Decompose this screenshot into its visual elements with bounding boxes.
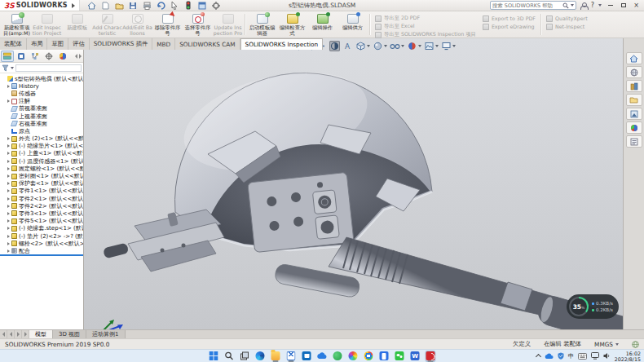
command-tab[interactable]: 装配体 (0, 38, 27, 50)
tree-item[interactable]: 原点 (1, 127, 83, 135)
ribbon-export-item[interactable]: Export to 3D PDF (483, 15, 536, 22)
dropdown-caret-icon[interactable] (452, 45, 456, 47)
file-properties-icon[interactable] (197, 1, 208, 10)
expand-arrow-icon[interactable] (7, 144, 10, 148)
expand-arrow-icon[interactable] (7, 174, 10, 178)
command-tab[interactable]: SOLIDWORKS CAM (175, 38, 240, 50)
command-tab[interactable]: SOLIDWORKS Inspection (240, 38, 324, 50)
search-icon[interactable] (224, 351, 235, 362)
tree-item[interactable]: 零件5<1> (默认<<默认>_显示状 (1, 218, 83, 225)
dropdown-caret-icon[interactable] (418, 45, 421, 47)
expand-arrow-icon[interactable] (7, 182, 10, 185)
model-tab[interactable]: 模型 (29, 330, 53, 338)
command-tab[interactable]: 评估 (68, 38, 90, 50)
ribbon-button[interactable]: 新建检查项目(amp:M) (2, 12, 32, 37)
wps-icon[interactable]: W (410, 351, 421, 362)
expand-arrow-icon[interactable] (7, 227, 10, 230)
task-view-icon[interactable] (240, 351, 250, 362)
dimxpert-tab-icon[interactable] (42, 51, 55, 62)
print-icon[interactable] (142, 1, 152, 10)
command-tab[interactable]: 草图 (47, 38, 68, 50)
tree-item[interactable]: 螺栓<2> (默认<<默认>_显示状态 (1, 240, 83, 247)
undo-icon[interactable] (156, 1, 166, 10)
tab-scroll-last-icon[interactable] (22, 330, 29, 338)
minimize-button[interactable] (606, 2, 615, 10)
tree-item[interactable]: 零件3<1> (默认<<默认>_显示状 (1, 210, 83, 217)
wechat-icon[interactable] (395, 351, 405, 362)
store-icon[interactable] (302, 351, 312, 362)
tree-item[interactable]: 零件2<1> (默认<<默认>_显示状 (1, 195, 83, 202)
panel-tab-scroll-right-icon[interactable] (79, 54, 82, 59)
display-icon[interactable] (591, 352, 599, 360)
search-scope-caret-icon[interactable] (571, 4, 574, 7)
view-settings-icon[interactable] (441, 41, 452, 51)
ribbon-button[interactable]: Add/Edit Balloons (122, 12, 152, 37)
security-shield-icon[interactable] (558, 352, 564, 360)
3d-model-thermocouple-assembly[interactable] (84, 38, 623, 329)
panel-tab-scroll-left-icon[interactable] (75, 54, 77, 59)
tree-item[interactable]: 右视基准面 (1, 120, 83, 127)
hide-show-items-icon[interactable] (390, 41, 400, 51)
help-caret-icon[interactable] (598, 4, 602, 7)
search-input[interactable] (492, 2, 561, 9)
ribbon-button[interactable]: Update Inspection Project (213, 12, 243, 37)
hide-show-items-control[interactable] (390, 41, 404, 51)
tree-item[interactable]: 上视基准面 (1, 113, 83, 120)
tree-item[interactable]: (-) 垫片 (2)<2> ->? (默认<<默认 (1, 232, 83, 240)
expand-arrow-icon[interactable] (7, 160, 10, 163)
tree-item[interactable]: 保护套<1> (默认<<默认>_显示状 (1, 180, 83, 188)
onedrive-icon[interactable] (317, 351, 328, 362)
rebuild-traffic-light-icon[interactable] (183, 1, 194, 10)
dropdown-caret-icon[interactable] (384, 45, 387, 47)
tree-item[interactable]: (-) 绝缘垫片<1> (默认<<默认>_显 (1, 143, 83, 150)
tree-item[interactable]: 密封圈<1> (默认<<默认>_显示状 (1, 172, 83, 179)
model-tab[interactable]: 3D 视图 (53, 330, 86, 338)
expand-arrow-icon[interactable] (7, 205, 10, 208)
command-tab[interactable]: MBD (152, 38, 175, 50)
user-account-icon[interactable] (580, 2, 587, 9)
clock[interactable]: 16:02 2022/8/15 (615, 351, 641, 362)
filter-input[interactable] (15, 64, 82, 72)
select-icon[interactable] (170, 1, 180, 10)
start-icon[interactable] (209, 351, 219, 362)
logo-expand-arrow-icon[interactable] (72, 3, 75, 8)
tab-scroll-prev-icon[interactable] (7, 330, 15, 338)
expand-arrow-icon[interactable] (7, 85, 10, 88)
ribbon-button[interactable]: 启动模板编辑器 (247, 12, 277, 37)
tree-item[interactable]: 固定螺栓<1> (默认<<默认>_显示 (1, 165, 83, 172)
expand-arrow-icon[interactable] (7, 137, 10, 140)
open-icon[interactable] (114, 1, 125, 10)
view-orientation-icon[interactable] (355, 41, 366, 51)
tree-item[interactable]: History (1, 82, 83, 90)
command-tab[interactable]: SOLIDWORKS 插件 (90, 38, 153, 50)
solidworks-icon[interactable] (426, 351, 436, 362)
expand-arrow-icon[interactable] (7, 152, 10, 155)
ribbon-button[interactable]: Edit Inspection Project (32, 12, 62, 37)
filter-funnel-icon[interactable] (2, 64, 9, 72)
apply-scene-control[interactable] (424, 41, 439, 51)
restore-button[interactable] (619, 2, 628, 10)
view-settings-control[interactable] (441, 41, 456, 51)
ribbon-button[interactable]: 选择零件序号 (183, 12, 213, 37)
tree-item[interactable]: (-) 绝缘套.step<1> (默认<<默认 (1, 225, 83, 232)
system-monitor-badge[interactable]: 35% 0.3KB/s 0.2KB/s (567, 294, 619, 319)
onedrive-tray-icon[interactable] (545, 353, 554, 360)
design-library-icon[interactable] (626, 80, 642, 92)
dropdown-caret-icon[interactable] (367, 45, 370, 47)
featuremanager-tab-icon[interactable] (1, 51, 14, 62)
ime-language-indicator[interactable]: 中 (568, 352, 574, 360)
ribbon-export-item[interactable]: Export eDrawing (483, 23, 536, 30)
expand-arrow-icon[interactable] (7, 212, 10, 215)
help-search-box[interactable] (490, 1, 576, 10)
expand-arrow-icon[interactable] (7, 167, 10, 170)
dropdown-caret-icon[interactable] (435, 45, 439, 47)
display-style-control[interactable] (373, 41, 387, 51)
tree-item[interactable]: 传感器 (1, 90, 83, 97)
app-green-icon[interactable] (333, 351, 343, 362)
edit-appearance-icon[interactable] (407, 41, 417, 51)
annotations-icon[interactable]: A (342, 41, 353, 51)
tree-item[interactable]: s型铝铸热电偶 (默认<默认_显示状态-1 (1, 75, 83, 82)
ribbon-export-item[interactable]: 导出至 2D PDF (375, 15, 476, 22)
tree-item[interactable]: 注解 (1, 98, 83, 105)
panel-splitter[interactable] (0, 254, 83, 256)
